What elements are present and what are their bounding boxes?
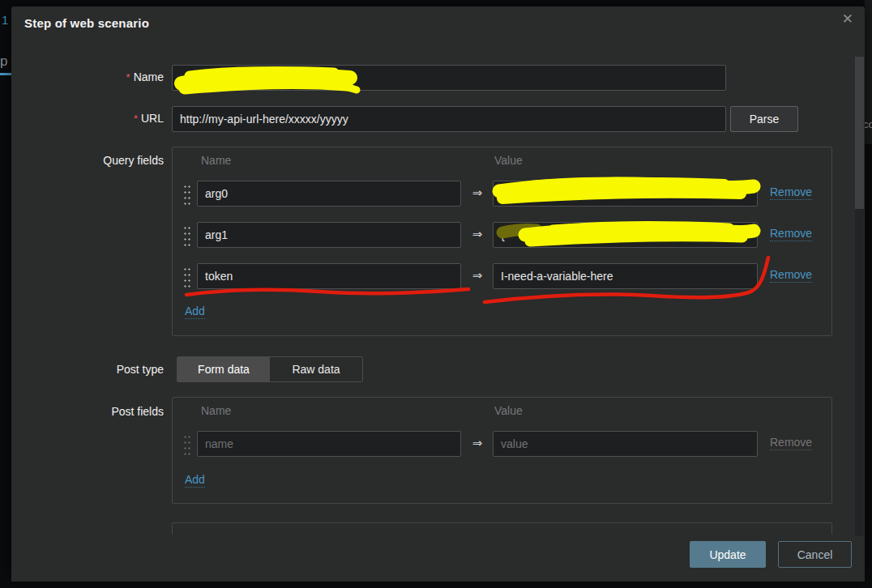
close-icon[interactable]: ✕ bbox=[842, 11, 853, 28]
name-input[interactable] bbox=[172, 65, 726, 91]
query-name-input[interactable] bbox=[197, 222, 461, 248]
arrow-icon: ⇒ bbox=[466, 185, 489, 200]
required-asterisk: * bbox=[134, 113, 138, 125]
required-asterisk: * bbox=[126, 71, 130, 83]
query-value-column-header: Value bbox=[494, 154, 523, 167]
background-step-number: 1 bbox=[2, 13, 8, 27]
query-value-input[interactable] bbox=[493, 263, 758, 289]
query-name-column-header: Name bbox=[201, 154, 231, 167]
post-fields-group: Name Value ⇒ Remove Add bbox=[172, 397, 832, 504]
modal-scrollbar-thumb[interactable] bbox=[855, 57, 864, 209]
step-of-web-scenario-dialog: Step of web scenario ✕ *Name *URL Parse … bbox=[11, 6, 865, 582]
drag-handle-icon[interactable] bbox=[183, 183, 191, 205]
query-fields-label: Query fields bbox=[11, 154, 164, 167]
remove-link-disabled: Remove bbox=[770, 436, 812, 450]
add-query-field-link[interactable]: Add bbox=[185, 305, 205, 319]
drag-handle-icon[interactable] bbox=[183, 224, 191, 246]
post-value-input[interactable] bbox=[493, 431, 758, 457]
url-label: *URL bbox=[11, 112, 164, 125]
add-post-field-link[interactable]: Add bbox=[185, 473, 205, 488]
cancel-button[interactable]: Cancel bbox=[778, 541, 852, 568]
query-field-row: ⇒ Remove bbox=[173, 222, 831, 248]
arrow-icon: ⇒ bbox=[466, 268, 489, 283]
arrow-icon: ⇒ bbox=[466, 436, 489, 450]
background-text-fragment: p bbox=[0, 53, 7, 70]
post-type-switch: Form data Raw data bbox=[177, 356, 363, 382]
remove-link[interactable]: Remove bbox=[770, 268, 812, 283]
update-button[interactable]: Update bbox=[690, 541, 766, 568]
arrow-icon: ⇒ bbox=[466, 227, 489, 241]
modal-scrollbar[interactable] bbox=[855, 57, 864, 536]
remove-link[interactable]: Remove bbox=[770, 227, 812, 241]
next-fieldset-partial bbox=[172, 522, 832, 535]
post-field-row: ⇒ Remove bbox=[173, 431, 831, 457]
background-tab-underline bbox=[0, 73, 11, 75]
query-field-row: ⇒ Remove bbox=[173, 263, 831, 289]
drag-handle-icon[interactable] bbox=[183, 266, 191, 288]
query-name-input[interactable] bbox=[197, 263, 461, 289]
query-value-input[interactable] bbox=[493, 222, 758, 248]
drag-handle-icon[interactable] bbox=[183, 433, 191, 455]
parse-button[interactable]: Parse bbox=[730, 106, 798, 132]
post-name-column-header: Name bbox=[201, 404, 231, 417]
url-input[interactable] bbox=[172, 106, 726, 132]
name-label: *Name bbox=[11, 70, 164, 83]
post-fields-label: Post fields bbox=[11, 405, 164, 418]
post-type-label: Post type bbox=[11, 363, 164, 376]
post-value-column-header: Value bbox=[494, 404, 523, 417]
query-fields-group: Name Value ⇒ Remove ⇒ Remove ⇒ Remove Ad… bbox=[172, 147, 832, 336]
dialog-title: Step of web scenario bbox=[24, 16, 149, 30]
remove-link[interactable]: Remove bbox=[770, 185, 812, 200]
dialog-footer: Update Cancel bbox=[11, 535, 865, 582]
post-name-input[interactable] bbox=[197, 431, 461, 457]
query-name-input[interactable] bbox=[197, 181, 461, 207]
query-field-row: ⇒ Remove bbox=[173, 181, 831, 207]
query-value-input[interactable] bbox=[493, 181, 758, 207]
post-type-option-raw-data[interactable]: Raw data bbox=[270, 357, 362, 381]
post-type-option-form-data[interactable]: Form data bbox=[177, 357, 270, 381]
